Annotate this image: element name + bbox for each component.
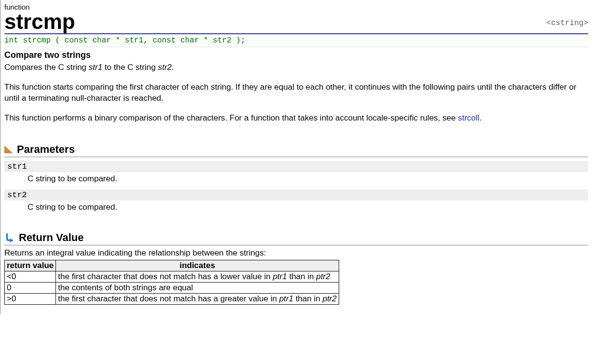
return-arrow-icon <box>4 232 15 243</box>
function-signature: int strcmp ( const char * str1, const ch… <box>4 34 588 47</box>
text: This function performs a binary comparis… <box>4 113 458 122</box>
param-ref: ptr1 <box>273 272 287 281</box>
section-return-heading: Return Value <box>4 231 588 245</box>
return-intro: Returns an integral value indicating the… <box>4 248 588 258</box>
return-value-table: return value indicates <0 the first char… <box>4 260 339 305</box>
table-row: 0 the contents of both strings are equal <box>5 282 339 293</box>
section-title: Parameters <box>17 143 75 156</box>
param-ref: ptr2 <box>316 272 330 281</box>
text: . <box>480 113 482 122</box>
text: than in <box>293 294 323 303</box>
param-ref: ptr1 <box>279 294 293 303</box>
param-ref: ptr2 <box>322 294 336 303</box>
section-title: Return Value <box>19 231 83 244</box>
table-row: <0 the first character that does not mat… <box>5 271 339 282</box>
return-desc-cell: the first character that does not match … <box>56 293 339 304</box>
param-ref: str2 <box>158 63 171 72</box>
triangle-icon <box>4 146 13 153</box>
return-desc-cell: the contents of both strings are equal <box>56 282 339 293</box>
text: the first character that does not match … <box>58 294 279 303</box>
param-ref: str1 <box>89 63 102 72</box>
description-block: Compares the C string str1 to the C stri… <box>4 62 588 124</box>
text: to the C string <box>102 63 158 72</box>
page-title: strcmp <box>4 11 75 32</box>
param-desc: C string to be compared. <box>28 202 588 212</box>
text: the first character that does not match … <box>58 272 273 281</box>
col-header-return-value: return value <box>5 260 56 271</box>
param-name: str2 <box>4 189 588 201</box>
strcoll-link[interactable]: strcoll <box>458 113 479 122</box>
description-p3: This function performs a binary comparis… <box>4 113 588 124</box>
col-header-indicates: indicates <box>56 260 339 271</box>
param-desc: C string to be compared. <box>28 174 588 184</box>
text: . <box>172 63 174 72</box>
header-library: <cstring> <box>547 19 588 32</box>
table-row: >0 the first character that does not mat… <box>5 293 339 304</box>
text: than in <box>287 272 317 281</box>
title-row: strcmp <cstring> <box>4 11 588 34</box>
parameters-list: str1 C string to be compared. str2 C str… <box>4 161 588 212</box>
brief-description: Compare two strings <box>4 50 588 60</box>
return-val-cell: <0 <box>5 271 56 282</box>
category-label: function <box>4 0 588 11</box>
return-desc-cell: the first character that does not match … <box>56 271 339 282</box>
text: Compares the C string <box>4 63 89 72</box>
text: the contents of both strings are equal <box>58 283 193 292</box>
return-val-cell: >0 <box>5 293 56 304</box>
table-header-row: return value indicates <box>5 260 339 271</box>
description-p2: This function starts comparing the first… <box>4 82 588 104</box>
param-name: str1 <box>4 161 588 172</box>
description-p1: Compares the C string str1 to the C stri… <box>4 62 588 73</box>
return-val-cell: 0 <box>5 282 56 293</box>
section-parameters-heading: Parameters <box>4 143 588 157</box>
